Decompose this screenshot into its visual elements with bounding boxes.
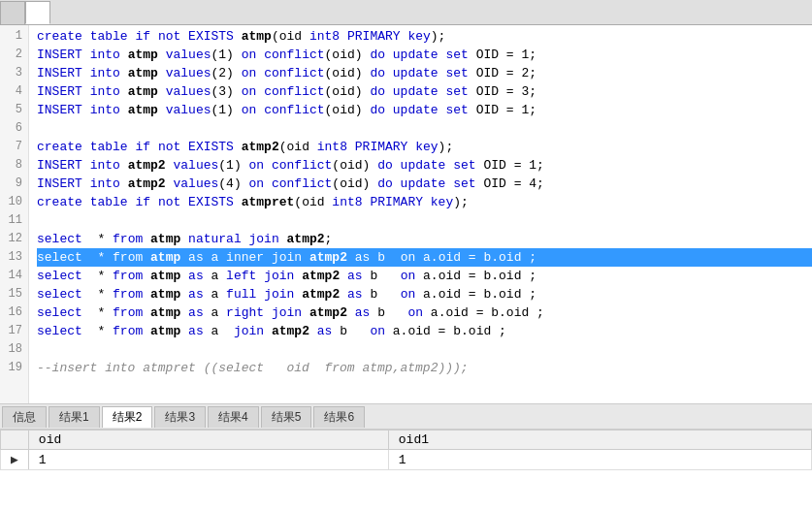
result-tab-结果5[interactable]: 结果5	[261, 406, 312, 428]
line-numbers: 12345678910111213141516171819	[0, 25, 29, 403]
code-line-13[interactable]: select * from atmp as a inner join atmp2…	[37, 248, 812, 267]
code-line-12[interactable]: select * from atmp natural join atmp2;	[37, 230, 812, 248]
result-tab-结果3[interactable]: 结果3	[154, 406, 206, 428]
code-line-14[interactable]: select * from atmp as a left join atmp2 …	[37, 267, 812, 285]
code-line-3[interactable]: INSERT into atmp values(2) on conflict(o…	[37, 64, 812, 82]
tab-query-editor[interactable]	[25, 1, 50, 24]
row-indicator: ▶	[1, 450, 29, 470]
code-line-11[interactable]	[37, 211, 812, 230]
code-line-1[interactable]: create table if not EXISTS atmp(oid int8…	[37, 27, 812, 46]
bottom-section: 信息结果1结果2结果3结果4结果5结果6 oidoid1 ▶11	[0, 403, 812, 511]
cell-oid: 1	[28, 450, 388, 470]
col-indicator	[1, 431, 29, 450]
result-table: oidoid1 ▶11	[0, 430, 812, 470]
result-tab-结果4[interactable]: 结果4	[208, 406, 259, 428]
code-area[interactable]: create table if not EXISTS atmp(oid int8…	[29, 25, 812, 403]
code-line-4[interactable]: INSERT into atmp values(3) on conflict(o…	[37, 82, 812, 101]
main-container: 12345678910111213141516171819 create tab…	[0, 0, 812, 511]
code-line-7[interactable]: create table if not EXISTS atmp2(oid int…	[37, 138, 812, 156]
code-line-6[interactable]	[37, 119, 812, 138]
code-line-19[interactable]: --insert into atmpret ((select oid from …	[37, 359, 812, 377]
table-row: ▶11	[1, 450, 812, 470]
result-tab-结果6[interactable]: 结果6	[313, 406, 365, 428]
code-line-9[interactable]: INSERT into atmp2 values(4) on conflict(…	[37, 175, 812, 193]
result-tab-结果1[interactable]: 结果1	[49, 406, 100, 428]
col-header-oid: oid	[28, 431, 388, 450]
result-tab-信息[interactable]: 信息	[2, 406, 47, 428]
cell-oid1: 1	[388, 450, 811, 470]
result-content: oidoid1 ▶11	[0, 430, 812, 511]
code-line-8[interactable]: INSERT into atmp2 values(1) on conflict(…	[37, 156, 812, 175]
code-line-10[interactable]: create table if not EXISTS atmpret(oid i…	[37, 193, 812, 211]
tab-query-builder[interactable]	[0, 1, 25, 24]
result-tab-结果2[interactable]: 结果2	[102, 406, 153, 428]
editor-container: 12345678910111213141516171819 create tab…	[0, 25, 812, 403]
col-header-oid1: oid1	[388, 431, 811, 450]
code-line-5[interactable]: INSERT into atmp values(1) on conflict(o…	[37, 101, 812, 119]
code-line-17[interactable]: select * from atmp as a join atmp2 as b …	[37, 322, 812, 340]
code-line-18[interactable]	[37, 340, 812, 359]
code-line-16[interactable]: select * from atmp as a right join atmp2…	[37, 303, 812, 322]
result-tab-bar: 信息结果1结果2结果3结果4结果5结果6	[0, 404, 812, 430]
code-line-15[interactable]: select * from atmp as a full join atmp2 …	[37, 285, 812, 303]
top-tab-bar	[0, 0, 812, 25]
code-line-2[interactable]: INSERT into atmp values(1) on conflict(o…	[37, 46, 812, 64]
